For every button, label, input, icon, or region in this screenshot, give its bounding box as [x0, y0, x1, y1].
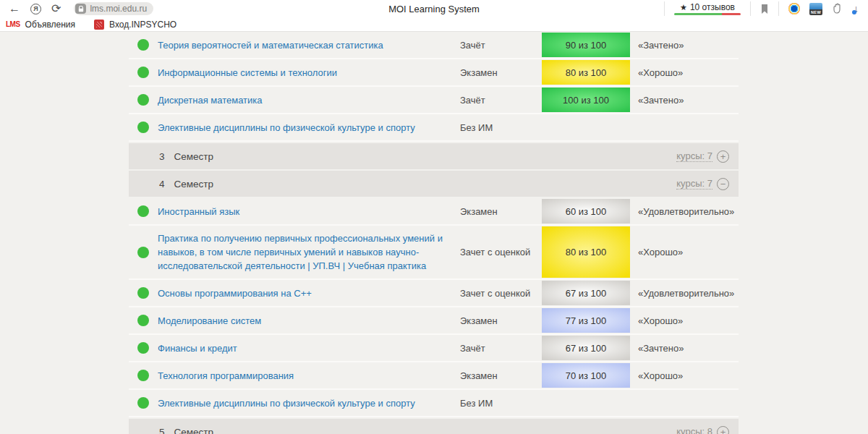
- table-row: Теория вероятностей и математическая ста…: [129, 32, 739, 59]
- control-type: Зачет с оценкой: [460, 247, 542, 258]
- courses-link-text[interactable]: курсы: 7: [676, 178, 712, 190]
- status-dot-icon: [137, 122, 149, 133]
- table-row: Основы программирования на C++ Зачет с о…: [129, 280, 739, 307]
- rating-bar-green: [674, 13, 722, 15]
- toggle-icon[interactable]: +: [717, 150, 729, 163]
- course-name-cell: Дискретная математика: [158, 88, 460, 113]
- browser-chrome: ← Я ⟳ lms.moi.edu.ru MOI Learning System…: [0, 0, 868, 32]
- course-name-cell: Финансы и кредит: [158, 336, 460, 361]
- status-dot-icon: [137, 397, 149, 409]
- browser-toolbar: ← Я ⟳ lms.moi.edu.ru MOI Learning System…: [0, 0, 868, 17]
- score-cell-wrap: [542, 114, 630, 140]
- extension-circle-icon[interactable]: [788, 3, 800, 14]
- course-name-link[interactable]: Элективные дисциплины по физической куль…: [158, 398, 415, 409]
- semester-number: 5: [159, 427, 165, 434]
- status-dot-icon: [137, 205, 149, 217]
- status-dot-cell: [129, 315, 158, 326]
- course-name-link[interactable]: Финансы и кредит: [158, 343, 237, 354]
- grade-label: «Хорошо»: [630, 247, 739, 258]
- grade-label: «Хорошо»: [630, 315, 739, 326]
- table-row: Финансы и кредит Зачёт 67 из 100 «Зачтен…: [129, 335, 739, 362]
- semester-row[interactable]: 3 Семестр курсы: 7 +: [129, 143, 739, 169]
- course-name-link[interactable]: Практика по получению первичных професси…: [158, 233, 443, 271]
- bookmark-item-vhod-inpsycho[interactable]: Вход.INPSYCHO: [94, 20, 176, 30]
- course-name-cell: Элективные дисциплины по физической куль…: [158, 391, 460, 416]
- semester-label: Семестр: [174, 427, 214, 434]
- table-row: Дискретная математика Зачёт 100 из 100 «…: [129, 87, 739, 114]
- lms-logo-icon: LMS: [6, 20, 20, 28]
- page-content: Теория вероятностей и математическая ста…: [0, 32, 868, 433]
- lock-icon[interactable]: [75, 4, 86, 14]
- course-name-link[interactable]: Технология программирования: [158, 370, 294, 381]
- grade-label: «Удовлетворительно»: [630, 206, 739, 217]
- site-rating-button[interactable]: ★ 10 отзывов: [674, 2, 741, 15]
- score-cell: 100 из 100: [542, 88, 630, 112]
- score-cell-wrap: 90 из 100: [542, 32, 630, 58]
- grade-label: «Зачтено»: [630, 95, 739, 106]
- score-cell: 80 из 100: [542, 60, 630, 85]
- course-name-cell: Технология программирования: [158, 363, 460, 388]
- control-type: Зачёт: [460, 343, 542, 354]
- courses-link-text[interactable]: курсы: 7: [676, 150, 712, 162]
- course-name-link[interactable]: Теория вероятностей и математическая ста…: [158, 40, 383, 51]
- control-type: Зачёт: [460, 95, 542, 106]
- course-name-cell: Теория вероятностей и математическая ста…: [158, 33, 460, 58]
- control-type: Без ИМ: [460, 398, 542, 409]
- grade-label: «Хорошо»: [630, 370, 739, 381]
- star-icon: ★: [680, 4, 687, 12]
- course-name-link[interactable]: Информационные системы и технологии: [158, 67, 337, 78]
- course-name-link[interactable]: Дискретная математика: [158, 95, 263, 106]
- semester-row[interactable]: 5 Семестр курсы: 8 +: [129, 419, 739, 434]
- score-cell-wrap: 67 из 100: [542, 335, 630, 361]
- score-cell-wrap: 80 из 100: [542, 226, 630, 278]
- toolbar-separator: [750, 1, 751, 16]
- courses-link-text[interactable]: курсы: 8: [676, 426, 712, 434]
- download-icon[interactable]: ↓: [854, 2, 865, 15]
- gradebook: Теория вероятностей и математическая ста…: [129, 32, 739, 434]
- course-name-cell: Основы программирования на C++: [158, 281, 460, 306]
- score-cell-wrap: 60 из 100: [542, 198, 630, 224]
- control-type: Экзамен: [460, 206, 542, 217]
- status-dot-cell: [129, 122, 158, 133]
- status-dot-icon: [137, 370, 149, 381]
- download-dot: [852, 10, 856, 14]
- bookmarks-bar: LMS Объявления Вход.INPSYCHO: [0, 17, 868, 32]
- status-dot-cell: [129, 287, 158, 299]
- yandex-icon[interactable]: Я: [30, 4, 41, 14]
- course-name-link[interactable]: Элективные дисциплины по физической куль…: [158, 122, 415, 133]
- extension-hand-icon[interactable]: [832, 3, 844, 14]
- course-name-link[interactable]: Моделирование систем: [158, 315, 261, 326]
- status-dot-cell: [129, 39, 158, 51]
- back-button[interactable]: ←: [9, 3, 20, 14]
- status-dot-icon: [137, 287, 149, 299]
- status-dot-icon: [137, 247, 149, 258]
- semester-row[interactable]: 4 Семестр курсы: 7 −: [129, 171, 739, 197]
- toggle-icon[interactable]: +: [717, 426, 729, 434]
- status-dot-icon: [137, 342, 149, 354]
- score-cell: 60 из 100: [542, 199, 630, 224]
- refresh-button[interactable]: ⟳: [51, 3, 61, 14]
- course-name-link[interactable]: Основы программирования на C++: [158, 288, 312, 299]
- extension-new-icon[interactable]: NEW: [809, 3, 822, 15]
- table-row: Технология программирования Экзамен 70 и…: [129, 362, 739, 390]
- bookmark-item-announcements[interactable]: LMS Объявления: [6, 20, 75, 30]
- extension-new-icon-top: [809, 3, 822, 9]
- course-name-cell: Информационные системы и технологии: [158, 60, 460, 85]
- semester-label: Семестр: [174, 151, 214, 162]
- control-type: Экзамен: [460, 370, 542, 381]
- status-dot-icon: [137, 67, 149, 78]
- bookmark-flag-icon[interactable]: [760, 4, 769, 14]
- control-type: Зачет с оценкой: [460, 288, 542, 299]
- status-dot-cell: [129, 397, 158, 409]
- score-cell: 77 из 100: [542, 308, 630, 333]
- course-name-link[interactable]: Иностранный язык: [158, 206, 239, 217]
- control-type: Зачёт: [460, 40, 542, 51]
- score-cell-wrap: 77 из 100: [542, 307, 630, 333]
- table-row: Элективные дисциплины по физической куль…: [129, 114, 739, 142]
- score-cell: 90 из 100: [542, 33, 630, 57]
- toggle-icon[interactable]: −: [717, 178, 729, 190]
- url-text[interactable]: lms.moi.edu.ru: [90, 4, 147, 14]
- status-dot-cell: [129, 205, 158, 217]
- address-bar[interactable]: lms.moi.edu.ru: [74, 2, 153, 15]
- course-name-cell: Иностранный язык: [158, 199, 460, 224]
